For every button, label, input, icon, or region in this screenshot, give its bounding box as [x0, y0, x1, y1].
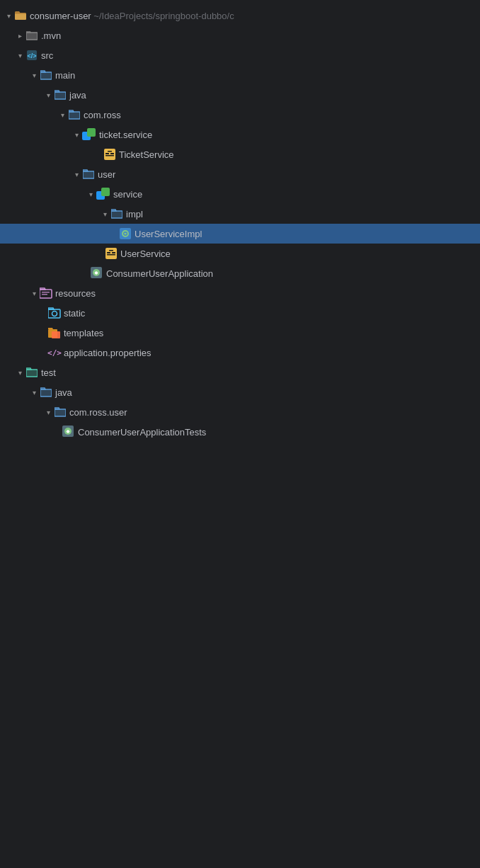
svg-rect-0 [26, 33, 38, 40]
user-label: user [98, 170, 115, 179]
TicketService-label: TicketService [119, 150, 174, 159]
interface-icon-TicketService [103, 148, 116, 161]
folder-icon-templates [48, 326, 61, 339]
com-ross-user-label: com.ross.user [69, 408, 127, 417]
svg-point-36 [52, 312, 57, 316]
svg-rect-21 [111, 211, 122, 218]
spring-class-icon-UserServiceImpl [119, 227, 132, 240]
svg-rect-41 [40, 389, 52, 396]
com-ross-label: com.ross [84, 110, 121, 120]
static-label: static [64, 309, 85, 318]
tree-item-static[interactable]: static [0, 303, 480, 323]
java-test-label: java [55, 388, 72, 397]
src-label: src [41, 51, 53, 60]
tree-item-test[interactable]: test [0, 362, 480, 382]
svg-rect-12 [104, 149, 115, 160]
tree-item-ConsumerUserApplication[interactable]: ConsumerUserApplication [0, 263, 480, 283]
tree-item-UserServiceImpl[interactable]: UserServiceImpl [0, 224, 480, 244]
svg-rect-39 [26, 370, 38, 377]
svg-rect-25 [105, 248, 117, 259]
svg-rect-16 [108, 151, 112, 152]
tree-item-resources[interactable]: resources [0, 283, 480, 303]
tree-item-ticket-service[interactable]: ticket.service [0, 125, 480, 144]
folder-icon-java [54, 88, 67, 101]
service-label: service [113, 190, 142, 199]
chevron-service [85, 188, 96, 200]
tree-item-java[interactable]: java [0, 85, 480, 105]
src-icon: </> [25, 49, 38, 62]
chevron-resources [28, 287, 40, 299]
svg-rect-28 [107, 254, 115, 256]
svg-rect-15 [105, 155, 114, 156]
chevron-user [71, 169, 82, 180]
impl-label: impl [126, 210, 143, 219]
chevron-java-test [28, 387, 40, 398]
templates-label: templates [64, 329, 103, 338]
svg-rect-14 [110, 153, 114, 154]
UserService-label: UserService [120, 249, 171, 258]
chevron-test [14, 367, 25, 378]
interface-icon-UserService [105, 247, 118, 260]
tree-item-src[interactable]: </> src [0, 45, 480, 65]
test-label: test [41, 368, 56, 377]
svg-rect-4 [40, 72, 52, 79]
main-label: main [55, 71, 75, 80]
chevron-java [42, 89, 54, 101]
ConsumerUserApplication-label: ConsumerUserApplication [106, 269, 213, 278]
chevron-impl [99, 208, 110, 219]
svg-rect-11 [87, 128, 96, 137]
svg-rect-43 [55, 409, 66, 416]
folder-icon-main [40, 69, 52, 81]
root-label: consumer-user ~/IdeaProjects/springboot-… [30, 11, 234, 21]
ConsumerUserApplicationTests-label: ConsumerUserApplicationTests [78, 428, 206, 437]
chevron-root [3, 10, 14, 21]
folder-icon-static [48, 307, 61, 319]
chevron-main [28, 69, 40, 81]
tree-item-com-ross-user[interactable]: com.ross.user [0, 402, 480, 422]
resources-label: resources [55, 289, 96, 298]
tree-item-mvn[interactable]: .mvn [0, 25, 480, 45]
folder-icon-user [82, 168, 95, 181]
folder-icon-impl [110, 207, 123, 220]
tree-item-TicketService[interactable]: TicketService [0, 144, 480, 164]
svg-text:</>: </> [27, 52, 36, 59]
svg-rect-27 [112, 252, 115, 253]
chevron-com-ross-user [42, 406, 54, 418]
tree-item-templates[interactable]: templates [0, 323, 480, 343]
chevron-ticket-service [71, 129, 82, 140]
folder-icon-com-ross [68, 108, 81, 121]
chevron-com-ross [57, 109, 68, 120]
tree-item-application-properties[interactable]: </> application.properties [0, 343, 480, 362]
java-label: java [69, 91, 86, 100]
tree-item-java-test[interactable]: java [0, 382, 480, 402]
folder-icon-mvn [25, 29, 38, 42]
tree-item-service[interactable]: service [0, 184, 480, 204]
svg-rect-13 [105, 153, 109, 154]
file-tree: consumer-user ~/IdeaProjects/springboot-… [0, 0, 480, 447]
tree-item-UserService[interactable]: UserService [0, 244, 480, 263]
folder-icon-resources [40, 287, 52, 299]
package-icon-service [96, 188, 110, 200]
mvn-label: .mvn [41, 31, 61, 40]
svg-rect-34 [42, 294, 47, 295]
tree-item-user[interactable]: user [0, 164, 480, 184]
folder-icon-root [14, 9, 27, 22]
folder-icon-test [25, 366, 38, 379]
spring-app-icon-ConsumerUserApplication [91, 267, 103, 280]
tree-item-impl[interactable]: impl [0, 204, 480, 224]
svg-rect-8 [69, 112, 80, 119]
tree-root[interactable]: consumer-user ~/IdeaProjects/springboot-… [0, 6, 480, 25]
folder-icon-com-ross-user [54, 406, 67, 418]
chevron-mvn [14, 30, 25, 41]
spring-app-icon-ConsumerUserApplicationTests [62, 426, 75, 438]
properties-icon: </> [48, 346, 61, 359]
tree-item-com-ross[interactable]: com.ross [0, 105, 480, 125]
svg-rect-26 [107, 252, 110, 253]
svg-rect-17 [83, 171, 94, 178]
tree-item-ConsumerUserApplicationTests[interactable]: ConsumerUserApplicationTests [0, 422, 480, 442]
package-icon-ticket-service [82, 128, 96, 141]
ticket-service-label: ticket.service [99, 130, 152, 139]
tree-item-main[interactable]: main [0, 65, 480, 85]
application-properties-label: application.properties [64, 348, 152, 358]
folder-icon-java-test [40, 386, 52, 399]
